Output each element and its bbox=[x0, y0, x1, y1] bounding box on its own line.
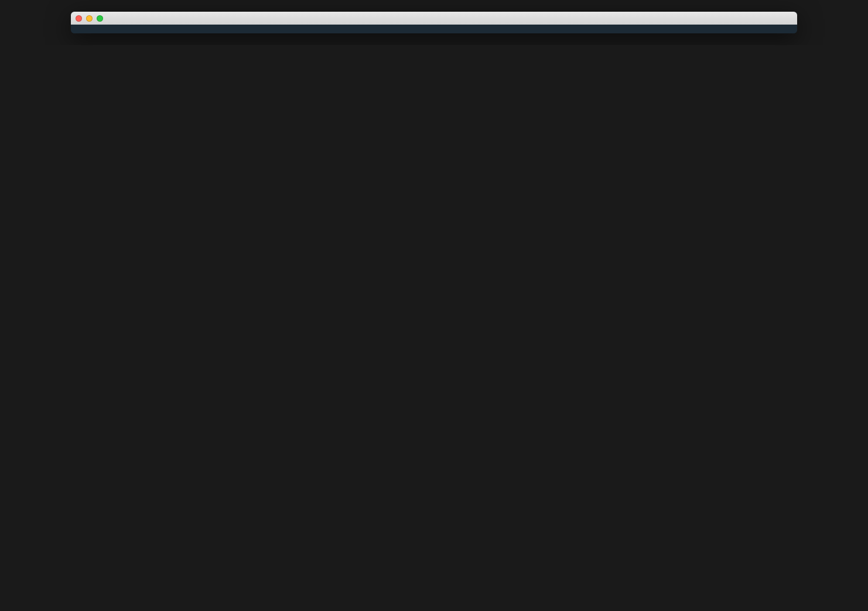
terminal-body[interactable] bbox=[71, 25, 797, 33]
tmux-statusbar bbox=[73, 30, 795, 33]
traffic-lights bbox=[76, 15, 103, 22]
close-icon[interactable] bbox=[76, 15, 82, 22]
zoom-icon[interactable] bbox=[97, 15, 103, 22]
macos-titlebar bbox=[71, 12, 797, 25]
minimize-icon[interactable] bbox=[86, 15, 93, 22]
terminal-window bbox=[71, 12, 797, 33]
